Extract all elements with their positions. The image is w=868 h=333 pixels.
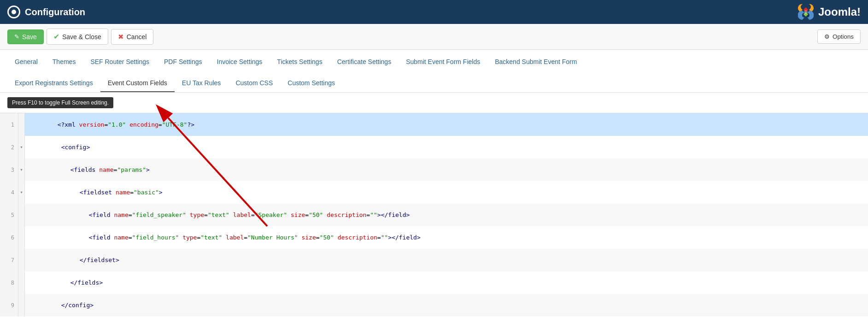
tab-row-1: General Themes SEF Router Settings PDF S…: [7, 50, 861, 71]
svg-point-0: [804, 10, 808, 14]
code-line-5: 5 <field name="field_speaker" type="text…: [0, 204, 868, 226]
x-icon: ✖: [118, 33, 124, 41]
gear-icon: ⚙: [824, 33, 830, 40]
app-title-area: Configuration: [7, 6, 85, 18]
tab-themes[interactable]: Themes: [45, 53, 83, 71]
tab-general[interactable]: General: [7, 53, 45, 71]
tab-eu-tax[interactable]: EU Tax Rules: [175, 75, 229, 92]
check-icon: ✔: [53, 32, 59, 41]
code-line-8: 8 </fields>: [0, 271, 868, 294]
tab-pdf[interactable]: PDF Settings: [157, 53, 209, 71]
code-line-6: 6 <field name="field_hours" type="text" …: [0, 226, 868, 249]
options-button[interactable]: ⚙ Options: [817, 29, 861, 44]
joomla-logo: Joomla!: [796, 2, 861, 22]
tab-navigation: General Themes SEF Router Settings PDF S…: [0, 50, 868, 93]
joomla-text: Joomla!: [818, 6, 861, 18]
code-line-1: 1 <?xml version="1.0" encoding="UTF-8"?>: [0, 113, 868, 136]
cancel-button[interactable]: ✖ Cancel: [111, 29, 154, 45]
joomla-icon: [796, 2, 815, 22]
tab-backend[interactable]: Backend Submit Event Form: [487, 53, 584, 71]
code-line-7: 7 </fieldset>: [0, 249, 868, 271]
save-close-button[interactable]: ✔ Save & Close: [47, 29, 108, 45]
code-editor[interactable]: 1 <?xml version="1.0" encoding="UTF-8"?>…: [0, 113, 868, 316]
code-line-9: 9 </config>: [0, 294, 868, 316]
code-line-2: 2 ▾ <config>: [0, 136, 868, 158]
tab-certificate[interactable]: Certificate Settings: [330, 53, 399, 71]
tab-submit[interactable]: Submit Event Form Fields: [399, 53, 487, 71]
tab-custom-css[interactable]: Custom CSS: [228, 75, 280, 92]
tab-row-2: Export Registrants Settings Event Custom…: [7, 71, 861, 92]
code-line-3: 3 ▾ <fields name="params">: [0, 158, 868, 181]
app-title: Configuration: [25, 7, 85, 18]
code-line-4: 4 ▾ <fieldset name="basic">: [0, 181, 868, 204]
config-icon: [7, 6, 20, 18]
save-icon: ✎: [14, 33, 19, 40]
toolbar: ✎ Save ✔ Save & Close ✖ Cancel ⚙ Options: [0, 24, 868, 50]
save-button[interactable]: ✎ Save: [7, 29, 44, 44]
tab-invoice[interactable]: Invoice Settings: [210, 53, 270, 71]
tab-export[interactable]: Export Registrants Settings: [7, 75, 100, 92]
tab-sef[interactable]: SEF Router Settings: [83, 53, 157, 71]
tab-custom-settings[interactable]: Custom Settings: [280, 75, 342, 92]
fullscreen-hint: Press F10 to toggle Full Screen editing.: [7, 97, 113, 108]
editor-empty-space: [0, 316, 868, 333]
top-bar: Configuration Joomla!: [0, 0, 868, 24]
content-area: Press F10 to toggle Full Screen editing.…: [0, 93, 868, 333]
tab-custom-fields[interactable]: Event Custom Fields: [100, 75, 175, 92]
tab-tickets[interactable]: Tickets Settings: [270, 53, 329, 71]
